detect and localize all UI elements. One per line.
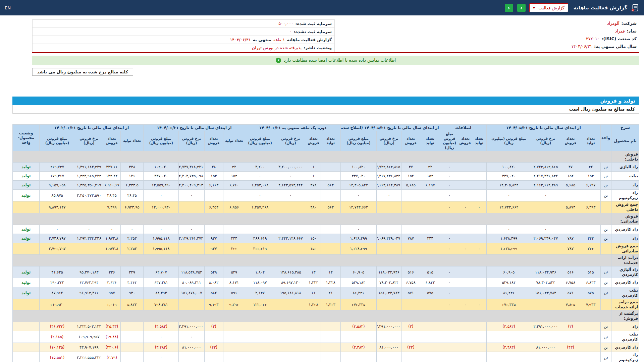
table-cell: ۸۶,۲۴۶: [340, 287, 376, 299]
table-cell: ۱۲,۳۰۵,۸۲۲: [340, 181, 376, 190]
table-cell: ۵۷۱: [560, 287, 581, 299]
table-cell: [223, 190, 245, 201]
table-cell: ۰: [531, 190, 560, 201]
table-cell: ۷۸۷: [401, 234, 420, 243]
table-cell: [459, 343, 472, 352]
table-cell: [306, 322, 321, 331]
table-cell: [600, 299, 611, 310]
table-cell: تن: [600, 225, 611, 234]
table-cell: [420, 201, 440, 213]
table-cell: (۲۳۰.۶): [103, 343, 120, 352]
table-cell: ۶,۸۴۳: [420, 278, 440, 287]
table-cell: [440, 331, 459, 343]
table-row: جمع درآمد ارائه خدمات۷,۹۳۳۷,۸۴۵۶۷۶,۳۳۵۰۰…: [13, 299, 639, 310]
table-cell: راد کارمزدي: [611, 278, 639, 287]
table-cell: ۲,۷۳۷,۳۶۸,۴۲۱: [179, 163, 204, 172]
amounts-note-row: کلیه مبالغ درج شده به میلیون ریال می باش…: [32, 68, 639, 76]
table-cell: [581, 190, 600, 201]
table-cell: [459, 172, 472, 181]
prev-report-button[interactable]: ‹: [505, 4, 513, 12]
column-header: مبلغ فروش (میلیون ریال): [440, 131, 459, 151]
table-cell: تولید: [13, 287, 40, 299]
table-cell: ۱,۹۷۲.۸: [103, 243, 120, 255]
amounts-note: کلیه مبالغ درج شده به میلیون ریال می باش…: [32, 68, 133, 76]
table-cell: ۱,۳۹۱,۱۸۳,۴۳۹: [75, 163, 103, 172]
table-cell: ۰: [179, 190, 204, 201]
table-cell: [472, 266, 486, 278]
table-cell: راد کارمزدي: [611, 343, 639, 352]
table-cell: ۶,۳۹۳: [581, 201, 600, 213]
table-cell: ۱۵۴: [581, 172, 600, 181]
table-cell: راد آلیاژي: [611, 163, 639, 172]
table-cell: ۳۷: [401, 163, 420, 172]
table-cell: [440, 352, 459, 362]
table-cell: تولید: [13, 172, 40, 181]
fiscal-year-label: سال مالی منتهی به:: [594, 44, 637, 49]
table-cell: ۰: [275, 190, 306, 201]
table-cell: ۴۸۰: [306, 201, 321, 213]
table-cell: [459, 278, 472, 287]
table-cell: [459, 225, 472, 234]
section-row: برگشت از فروش:: [13, 310, 639, 322]
table-cell: ۴,۶۲۶: [103, 278, 120, 287]
table-cell: [531, 243, 560, 255]
table-cell: ۹۵۷: [103, 287, 120, 299]
table-cell: [306, 343, 321, 352]
registered-capital-value: ۵۰۰,۰۰۰: [278, 21, 293, 26]
table-cell: [321, 172, 340, 181]
table-cell: راد: [611, 234, 639, 243]
table-cell: ۱۵۱,۰۴۳,۷۸۳: [377, 287, 401, 299]
report-period-value: ۱ ماهه: [273, 37, 285, 42]
table-cell: ۱۱۸,۰۳۲,۹۴۶: [531, 266, 560, 278]
fiscal-year-row: سال مالی منتهی به: ۱۴۰۴/۰۶/۳۱: [567, 43, 639, 50]
table-cell: ۶۲,۷۰۷: [144, 266, 179, 278]
table-cell: [420, 299, 440, 310]
table-cell: ۴۱۹,۹۳۰: [40, 299, 75, 310]
table-cell: ۲۴۴: [223, 234, 245, 243]
table-cell: ۷۸۷: [560, 243, 581, 255]
table-cell: ۷۹۸,۳۸۱: [144, 299, 179, 310]
table-cell: [377, 331, 401, 343]
table-cell: ۸۵,۹۷۵: [40, 190, 75, 201]
table-cell: ۵۱۵: [420, 266, 440, 278]
table-cell: [306, 190, 321, 201]
table-cell: ۱,۳۲۲,۵۰۲,۱۲۳: [75, 322, 103, 331]
table-cell: ۳۳۸: [121, 163, 144, 172]
table-cell: [275, 331, 306, 343]
table-cell: ۱,۳۲۸: [321, 278, 340, 287]
table-cell: [13, 201, 40, 213]
table-cell: [306, 331, 321, 343]
table-cell: ۱۲,۳۰۵,۸۲۲: [486, 181, 531, 190]
isic-value: ۲۷۲۰۱۰: [586, 36, 599, 41]
table-cell: تن: [600, 190, 611, 201]
table-cell: ۲,۲۰۲,۷۴۵,۰۹۸: [179, 172, 204, 181]
table-cell: ۰: [144, 190, 179, 201]
table-cell: [179, 243, 204, 255]
table-cell: [401, 299, 420, 310]
next-report-button[interactable]: ›: [517, 4, 526, 12]
table-cell: ۲,۱۶۴,۶۱۲,۴۸۹: [531, 181, 560, 190]
table-cell: [472, 287, 486, 299]
table-cell: ۵۶۳: [321, 201, 340, 213]
table-cell: [377, 243, 401, 255]
column-header: شرح: [611, 125, 639, 131]
column-header: تعداد تولید: [223, 131, 245, 151]
report-type-dropdown[interactable]: گزارش فعالیت ▼: [529, 3, 568, 12]
table-cell: ۲,۷۲۴,۸۶۴,۸۶۵: [531, 163, 560, 172]
company-row: شرکت: آلومراد: [567, 19, 639, 27]
table-cell: ۵۱۵: [581, 266, 600, 278]
table-cell: [245, 225, 275, 234]
table-cell: ۵۱۶: [560, 266, 581, 278]
table-cell: ۴۲: [223, 163, 245, 172]
table-cell: ۰: [121, 225, 144, 234]
symbol-row: نماد: فمراد: [567, 27, 639, 35]
table-cell: ۱: [306, 172, 321, 181]
table-cell: تن: [600, 322, 611, 331]
table-cell: [459, 287, 472, 299]
registered-capital-row: سرمایه ثبت شده: ۵۰۰,۰۰۰: [33, 20, 334, 28]
table-cell: ۲,۱۲۹,۲۶۱,۴۷۳: [179, 234, 204, 243]
language-toggle[interactable]: EN: [5, 5, 11, 10]
table-cell: ۲,۱۴۷: [245, 287, 275, 299]
table-cell: ۶,۷۵۸: [560, 278, 581, 287]
isic-label: کد صنعت (ISIC):: [601, 36, 637, 41]
